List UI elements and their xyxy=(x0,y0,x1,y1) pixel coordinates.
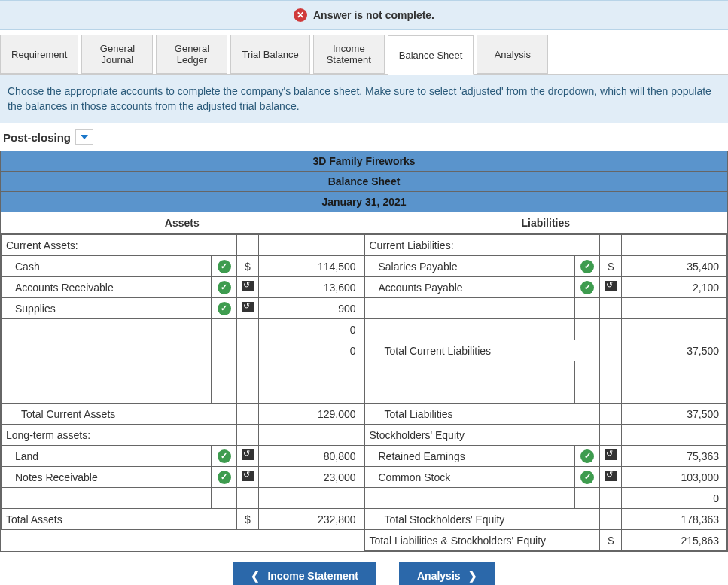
check-icon: ✓ xyxy=(580,260,594,273)
value-cell[interactable]: 23,000 xyxy=(258,467,364,488)
check-icon: ✓ xyxy=(218,471,231,484)
value-cell[interactable] xyxy=(622,361,727,382)
value-cell[interactable]: 0 xyxy=(258,319,364,340)
total-stockholders-equity-label: Total Stockholders' Equity xyxy=(364,509,600,530)
value-cell[interactable] xyxy=(258,382,364,404)
total-liabilities-label: Total Liabilities xyxy=(364,404,600,425)
nav-row: ❮Income Statement Analysis❯ xyxy=(0,552,728,585)
table-row: Accounts Receivable✓13,600 xyxy=(2,277,364,298)
table-row xyxy=(364,298,727,319)
check-icon: ✓ xyxy=(580,471,594,484)
total-row: Total Stockholders' Equity178,363 xyxy=(364,509,727,530)
tab-balance-sheet[interactable]: Balance Sheet xyxy=(388,35,474,75)
value-cell[interactable]: 80,800 xyxy=(258,446,364,467)
account-cell[interactable]: Common Stock xyxy=(364,467,574,488)
tab-general-ledger[interactable]: General Ledger xyxy=(156,35,227,74)
flip-icon xyxy=(242,449,254,460)
stockholders-equity-label: Stockholders' Equity xyxy=(364,425,600,446)
trial-balance-dropdown-row: Post-closing xyxy=(0,123,728,151)
tab-trial-balance[interactable]: Trial Balance xyxy=(230,35,309,74)
value-cell[interactable]: 35,400 xyxy=(622,256,727,277)
value-cell[interactable]: 13,600 xyxy=(258,277,364,298)
value-cell[interactable]: 2,100 xyxy=(622,277,727,298)
value-cell[interactable]: 114,500 xyxy=(258,256,364,277)
assets-header: Assets xyxy=(1,212,364,234)
value-cell[interactable]: 103,000 xyxy=(622,467,727,488)
dollar-icon: $ xyxy=(608,261,614,273)
account-cell[interactable] xyxy=(2,319,212,340)
value-cell[interactable]: 900 xyxy=(258,298,364,319)
value-cell: 37,500 xyxy=(622,340,727,361)
total-assets-label: Total Assets xyxy=(2,509,237,530)
value-cell: 37,500 xyxy=(622,404,727,425)
table-row: Land✓80,800 xyxy=(2,446,364,467)
alert-bar: ✕ Answer is not complete. xyxy=(0,0,728,30)
tab-row: Requirement General Journal General Ledg… xyxy=(0,35,728,75)
table-row xyxy=(364,361,727,382)
account-cell[interactable]: Land xyxy=(2,446,212,467)
flip-icon xyxy=(242,302,254,312)
dropdown-toggle[interactable] xyxy=(75,129,93,145)
tab-analysis[interactable]: Analysis xyxy=(477,35,548,74)
value-cell: 232,800 xyxy=(258,509,364,530)
total-row: Total Assets$232,800 xyxy=(2,509,364,530)
total-liab-equity-label: Total Liabilities & Stockholders' Equity xyxy=(364,530,600,551)
table-row: Salaries Payable✓$35,400 xyxy=(364,256,727,277)
value-cell[interactable] xyxy=(622,382,727,404)
account-cell[interactable]: Accounts Payable xyxy=(364,277,574,298)
check-icon: ✓ xyxy=(218,449,231,463)
tab-general-journal[interactable]: General Journal xyxy=(81,35,153,74)
table-row xyxy=(2,488,364,509)
sheet-date: January 31, 2021 xyxy=(1,192,727,212)
account-cell[interactable] xyxy=(364,319,574,340)
tab-requirement[interactable]: Requirement xyxy=(0,35,78,74)
section-row: Current Liabilities: xyxy=(364,235,727,256)
value-cell[interactable] xyxy=(622,298,727,319)
value-cell[interactable]: 75,363 xyxy=(622,446,727,467)
account-cell[interactable] xyxy=(364,488,574,509)
check-icon: ✓ xyxy=(580,281,594,294)
table-row: 0 xyxy=(364,488,727,509)
account-cell[interactable]: Supplies xyxy=(2,298,212,319)
value-cell[interactable]: 0 xyxy=(622,488,727,509)
check-icon: ✓ xyxy=(218,260,231,273)
value-cell[interactable] xyxy=(258,361,364,382)
table-row: Cash✓$114,500 xyxy=(2,256,364,277)
flip-icon xyxy=(242,471,254,481)
table-row: Notes Receivable✓23,000 xyxy=(2,467,364,488)
table-row: 0 xyxy=(2,340,364,361)
total-row: Total Current Liabilities37,500 xyxy=(364,340,727,361)
account-cell[interactable] xyxy=(2,488,212,509)
prev-button[interactable]: ❮Income Statement xyxy=(233,562,376,585)
account-cell[interactable] xyxy=(2,382,212,404)
account-cell[interactable]: Salaries Payable xyxy=(364,256,574,277)
tab-income-statement[interactable]: Income Statement xyxy=(313,35,385,74)
value-cell[interactable]: 0 xyxy=(258,340,364,361)
table-row: Supplies✓900 xyxy=(2,298,364,319)
instruction-text: Choose the appropriate accounts to compl… xyxy=(0,75,728,123)
account-cell[interactable] xyxy=(364,382,574,404)
chevron-left-icon: ❮ xyxy=(251,570,260,582)
table-row: 0 xyxy=(2,319,364,340)
account-cell[interactable]: Cash xyxy=(2,256,212,277)
total-row: Total Liabilities & Stockholders' Equity… xyxy=(364,530,727,551)
flip-icon xyxy=(605,449,617,460)
section-row: Stockholders' Equity xyxy=(364,425,727,446)
section-row: Current Assets: xyxy=(2,235,364,256)
alert-text: Answer is not complete. xyxy=(313,9,434,21)
account-cell[interactable] xyxy=(364,298,574,319)
account-cell[interactable]: Notes Receivable xyxy=(2,467,212,488)
account-cell[interactable]: Accounts Receivable xyxy=(2,277,212,298)
next-button[interactable]: Analysis❯ xyxy=(399,562,495,585)
account-cell[interactable] xyxy=(2,361,212,382)
account-cell[interactable] xyxy=(2,340,212,361)
table-row: Common Stock✓103,000 xyxy=(364,467,727,488)
current-liabilities-label: Current Liabilities: xyxy=(364,235,600,256)
value-cell[interactable] xyxy=(258,488,364,509)
account-cell[interactable]: Retained Earnings xyxy=(364,446,574,467)
account-cell[interactable] xyxy=(364,361,574,382)
check-icon: ✓ xyxy=(218,281,231,294)
flip-icon xyxy=(605,471,617,481)
liabilities-header: Liabilities xyxy=(364,212,728,234)
value-cell[interactable] xyxy=(622,319,727,340)
